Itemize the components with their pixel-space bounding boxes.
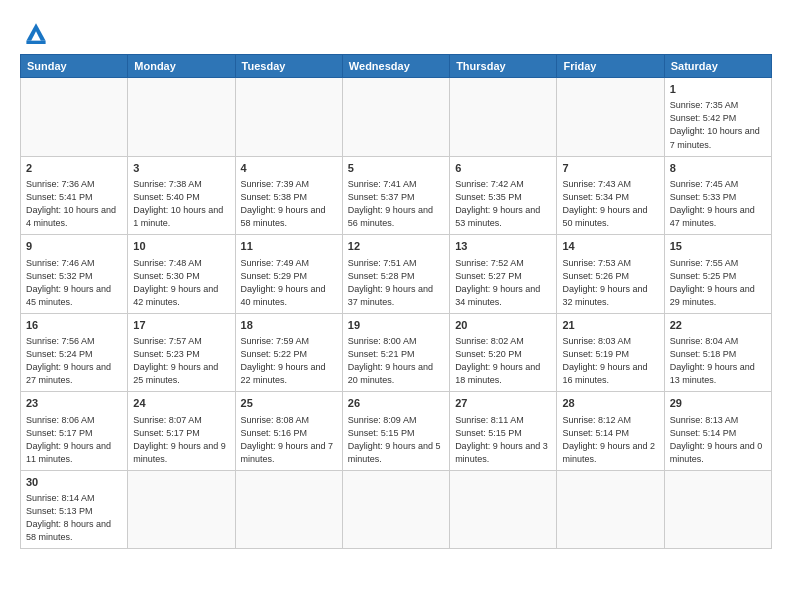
day-info: Sunrise: 7:53 AM Sunset: 5:26 PM Dayligh…: [562, 257, 658, 309]
table-row: 21Sunrise: 8:03 AM Sunset: 5:19 PM Dayli…: [557, 313, 664, 392]
day-info: Sunrise: 8:11 AM Sunset: 5:15 PM Dayligh…: [455, 414, 551, 466]
table-row: 3Sunrise: 7:38 AM Sunset: 5:40 PM Daylig…: [128, 156, 235, 235]
day-number: 20: [455, 318, 551, 333]
day-info: Sunrise: 7:48 AM Sunset: 5:30 PM Dayligh…: [133, 257, 229, 309]
day-number: 1: [670, 82, 766, 97]
day-info: Sunrise: 8:08 AM Sunset: 5:16 PM Dayligh…: [241, 414, 337, 466]
day-info: Sunrise: 8:02 AM Sunset: 5:20 PM Dayligh…: [455, 335, 551, 387]
day-number: 29: [670, 396, 766, 411]
day-number: 8: [670, 161, 766, 176]
header-thursday: Thursday: [450, 55, 557, 78]
day-number: 24: [133, 396, 229, 411]
header-monday: Monday: [128, 55, 235, 78]
table-row: 22Sunrise: 8:04 AM Sunset: 5:18 PM Dayli…: [664, 313, 771, 392]
table-row: 30Sunrise: 8:14 AM Sunset: 5:13 PM Dayli…: [21, 470, 128, 549]
day-number: 22: [670, 318, 766, 333]
header-friday: Friday: [557, 55, 664, 78]
day-number: 11: [241, 239, 337, 254]
table-row: 7Sunrise: 7:43 AM Sunset: 5:34 PM Daylig…: [557, 156, 664, 235]
table-row: 1Sunrise: 7:35 AM Sunset: 5:42 PM Daylig…: [664, 78, 771, 157]
table-row: [557, 78, 664, 157]
day-info: Sunrise: 7:49 AM Sunset: 5:29 PM Dayligh…: [241, 257, 337, 309]
day-info: Sunrise: 8:14 AM Sunset: 5:13 PM Dayligh…: [26, 492, 122, 544]
day-info: Sunrise: 7:55 AM Sunset: 5:25 PM Dayligh…: [670, 257, 766, 309]
table-row: 9Sunrise: 7:46 AM Sunset: 5:32 PM Daylig…: [21, 235, 128, 314]
day-number: 5: [348, 161, 444, 176]
table-row: [235, 470, 342, 549]
day-number: 30: [26, 475, 122, 490]
day-number: 7: [562, 161, 658, 176]
day-number: 15: [670, 239, 766, 254]
table-row: 10Sunrise: 7:48 AM Sunset: 5:30 PM Dayli…: [128, 235, 235, 314]
day-number: 25: [241, 396, 337, 411]
day-number: 23: [26, 396, 122, 411]
table-row: [450, 470, 557, 549]
table-row: 26Sunrise: 8:09 AM Sunset: 5:15 PM Dayli…: [342, 392, 449, 471]
header-saturday: Saturday: [664, 55, 771, 78]
table-row: 24Sunrise: 8:07 AM Sunset: 5:17 PM Dayli…: [128, 392, 235, 471]
day-info: Sunrise: 8:09 AM Sunset: 5:15 PM Dayligh…: [348, 414, 444, 466]
day-info: Sunrise: 7:43 AM Sunset: 5:34 PM Dayligh…: [562, 178, 658, 230]
day-number: 16: [26, 318, 122, 333]
header: [20, 18, 772, 46]
day-info: Sunrise: 8:03 AM Sunset: 5:19 PM Dayligh…: [562, 335, 658, 387]
day-number: 26: [348, 396, 444, 411]
logo: [20, 18, 56, 46]
table-row: [235, 78, 342, 157]
day-number: 17: [133, 318, 229, 333]
day-number: 4: [241, 161, 337, 176]
header-sunday: Sunday: [21, 55, 128, 78]
table-row: 6Sunrise: 7:42 AM Sunset: 5:35 PM Daylig…: [450, 156, 557, 235]
table-row: 25Sunrise: 8:08 AM Sunset: 5:16 PM Dayli…: [235, 392, 342, 471]
page: Sunday Monday Tuesday Wednesday Thursday…: [0, 0, 792, 612]
table-row: [21, 78, 128, 157]
day-number: 27: [455, 396, 551, 411]
day-number: 28: [562, 396, 658, 411]
table-row: 23Sunrise: 8:06 AM Sunset: 5:17 PM Dayli…: [21, 392, 128, 471]
day-info: Sunrise: 7:57 AM Sunset: 5:23 PM Dayligh…: [133, 335, 229, 387]
day-info: Sunrise: 7:52 AM Sunset: 5:27 PM Dayligh…: [455, 257, 551, 309]
day-info: Sunrise: 8:06 AM Sunset: 5:17 PM Dayligh…: [26, 414, 122, 466]
day-number: 18: [241, 318, 337, 333]
calendar-table: Sunday Monday Tuesday Wednesday Thursday…: [20, 54, 772, 549]
day-info: Sunrise: 8:00 AM Sunset: 5:21 PM Dayligh…: [348, 335, 444, 387]
day-info: Sunrise: 8:07 AM Sunset: 5:17 PM Dayligh…: [133, 414, 229, 466]
table-row: [342, 470, 449, 549]
day-info: Sunrise: 7:39 AM Sunset: 5:38 PM Dayligh…: [241, 178, 337, 230]
table-row: 15Sunrise: 7:55 AM Sunset: 5:25 PM Dayli…: [664, 235, 771, 314]
day-number: 14: [562, 239, 658, 254]
table-row: 29Sunrise: 8:13 AM Sunset: 5:14 PM Dayli…: [664, 392, 771, 471]
day-number: 2: [26, 161, 122, 176]
day-number: 10: [133, 239, 229, 254]
table-row: 17Sunrise: 7:57 AM Sunset: 5:23 PM Dayli…: [128, 313, 235, 392]
header-wednesday: Wednesday: [342, 55, 449, 78]
day-info: Sunrise: 7:42 AM Sunset: 5:35 PM Dayligh…: [455, 178, 551, 230]
table-row: 20Sunrise: 8:02 AM Sunset: 5:20 PM Dayli…: [450, 313, 557, 392]
day-info: Sunrise: 7:41 AM Sunset: 5:37 PM Dayligh…: [348, 178, 444, 230]
day-info: Sunrise: 7:56 AM Sunset: 5:24 PM Dayligh…: [26, 335, 122, 387]
day-info: Sunrise: 7:51 AM Sunset: 5:28 PM Dayligh…: [348, 257, 444, 309]
table-row: 4Sunrise: 7:39 AM Sunset: 5:38 PM Daylig…: [235, 156, 342, 235]
table-row: 11Sunrise: 7:49 AM Sunset: 5:29 PM Dayli…: [235, 235, 342, 314]
day-number: 9: [26, 239, 122, 254]
day-number: 3: [133, 161, 229, 176]
general-blue-logo-icon: [20, 18, 52, 46]
day-number: 19: [348, 318, 444, 333]
table-row: [557, 470, 664, 549]
table-row: [128, 470, 235, 549]
table-row: 28Sunrise: 8:12 AM Sunset: 5:14 PM Dayli…: [557, 392, 664, 471]
table-row: [128, 78, 235, 157]
table-row: 19Sunrise: 8:00 AM Sunset: 5:21 PM Dayli…: [342, 313, 449, 392]
table-row: [450, 78, 557, 157]
day-number: 13: [455, 239, 551, 254]
day-info: Sunrise: 7:59 AM Sunset: 5:22 PM Dayligh…: [241, 335, 337, 387]
day-number: 21: [562, 318, 658, 333]
day-info: Sunrise: 8:13 AM Sunset: 5:14 PM Dayligh…: [670, 414, 766, 466]
table-row: 2Sunrise: 7:36 AM Sunset: 5:41 PM Daylig…: [21, 156, 128, 235]
day-info: Sunrise: 7:45 AM Sunset: 5:33 PM Dayligh…: [670, 178, 766, 230]
day-info: Sunrise: 8:04 AM Sunset: 5:18 PM Dayligh…: [670, 335, 766, 387]
table-row: [664, 470, 771, 549]
table-row: 12Sunrise: 7:51 AM Sunset: 5:28 PM Dayli…: [342, 235, 449, 314]
day-number: 6: [455, 161, 551, 176]
day-info: Sunrise: 8:12 AM Sunset: 5:14 PM Dayligh…: [562, 414, 658, 466]
